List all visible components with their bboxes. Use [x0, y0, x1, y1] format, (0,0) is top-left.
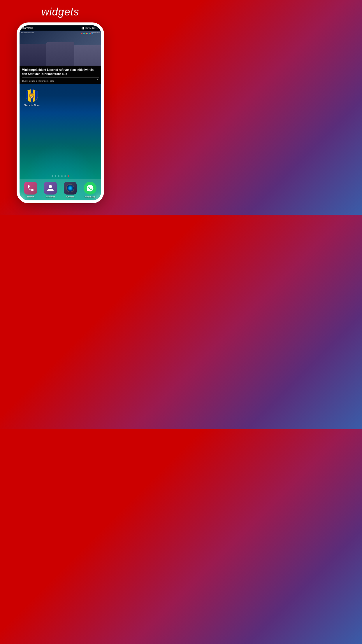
camera-lens-icon — [66, 184, 74, 192]
chemnitz-shield-icon: 🦁 — [25, 89, 38, 103]
dot-4[interactable] — [61, 175, 63, 177]
dock-item-contacts[interactable]: Kontakte — [44, 182, 57, 198]
dock-item-camera[interactable]: Kamera — [64, 182, 77, 198]
icon-row-top: 🦁 Chemnitz New.. — [22, 86, 99, 109]
dot-5[interactable] — [64, 175, 66, 177]
dock-camera-label: Kamera — [66, 195, 74, 198]
dot-1[interactable] — [52, 175, 53, 177]
status-bar: klarmobil 66 % 13:16 — [20, 25, 101, 31]
news-pagination: 16/16 Letzte 24 Stunden / 23h — [22, 80, 54, 82]
chevron-up-icon[interactable]: ⌃ — [96, 79, 99, 83]
dock-phone-label: Telefon — [27, 195, 34, 198]
status-right: 66 % 13:16 — [81, 27, 98, 29]
dock-item-whatsapp[interactable]: WhatsApp — [84, 182, 96, 198]
app-chemnitz[interactable]: 🦁 Chemnitz New.. — [23, 89, 41, 106]
dot-6[interactable] — [68, 175, 69, 177]
news-headline: Ministerpräsident Laschet ruft vor dem I… — [22, 68, 99, 76]
chemnitz-label: Chemnitz New.. — [24, 104, 40, 106]
dot-3[interactable] — [58, 175, 59, 177]
news-image: Initiativkreis Initiativkreis Ruhr — [20, 31, 101, 66]
page-title: widgets — [41, 6, 79, 18]
phone-screen: klarmobil 66 % 13:16 Initiativkreis — [20, 25, 101, 200]
news-widget[interactable]: Initiativkreis Initiativkreis Ruhr — [20, 31, 101, 84]
carrier-label: klarmobil — [22, 27, 33, 29]
news-text-overlay: Ministerpräsident Laschet ruft vor dem I… — [20, 66, 101, 84]
time-label: 13:16 — [92, 27, 98, 29]
dock-whatsapp-label: WhatsApp — [85, 195, 96, 198]
dock-contacts-label: Kontakte — [46, 195, 55, 198]
news-footer: 16/16 Letzte 24 Stunden / 23h ⌃ — [22, 77, 99, 83]
svg-text:🦁: 🦁 — [29, 93, 35, 99]
battery-label: 66 % — [85, 27, 91, 29]
contacts-icon — [47, 184, 54, 192]
page-dots — [20, 173, 101, 179]
phone-icon — [27, 184, 34, 192]
dot-2[interactable] — [55, 175, 56, 177]
signal-icon — [81, 27, 84, 29]
dock: Telefon Kontakte Kamera — [20, 179, 101, 200]
dock-item-phone[interactable]: Telefon — [24, 182, 37, 198]
whatsapp-icon — [86, 184, 94, 192]
phone-frame: klarmobil 66 % 13:16 Initiativkreis — [17, 22, 104, 203]
home-screen: 🦁 Chemnitz New.. — [20, 84, 101, 173]
